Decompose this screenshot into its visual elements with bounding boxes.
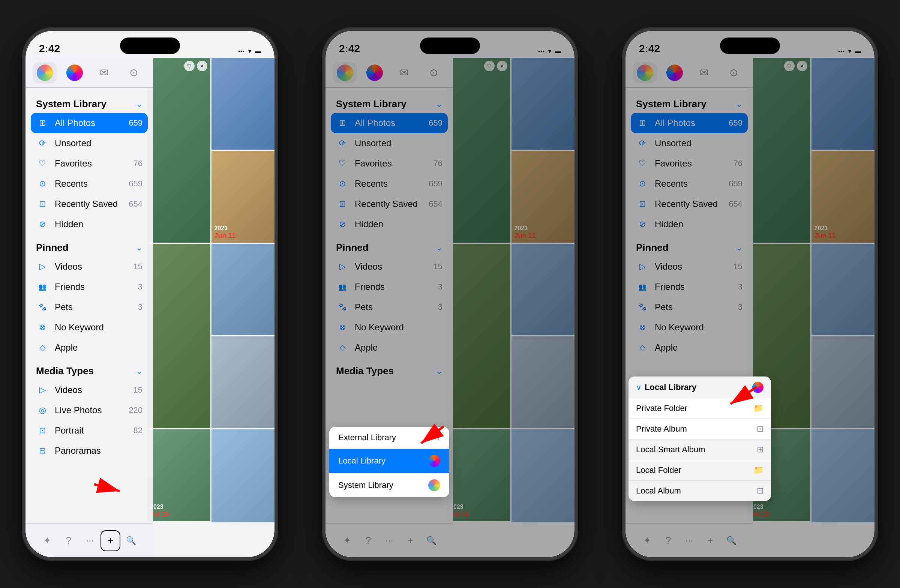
- sidebar-item-apple-1[interactable]: ◇ Apple: [25, 338, 153, 358]
- clock-tab-1[interactable]: ⊙: [122, 62, 146, 83]
- media-types-header-1[interactable]: Media Types ⌄: [25, 361, 153, 380]
- naranja-tab-1[interactable]: [63, 62, 86, 83]
- local-smart-album-item-3[interactable]: Local Smart Album ⊞: [628, 439, 771, 460]
- dropdown-system-library-2[interactable]: System Library: [329, 473, 449, 497]
- favorites-count-1: 76: [133, 158, 143, 168]
- phone-screen-2: 2:42 ▪▪▪ ▾ ▬ ♡⌖ 2023Jun 11: [326, 31, 574, 557]
- local-smart-album-icon-3: ⊞: [757, 445, 763, 455]
- system-library-title-1: System Library: [36, 98, 107, 110]
- search-btn-1[interactable]: 🔍: [120, 529, 142, 552]
- favorites-icon-1: ♡: [36, 157, 49, 170]
- unsorted-icon-1: ⟳: [36, 137, 49, 150]
- sidebar-item-recently-saved-1[interactable]: ⊡ Recently Saved 654: [25, 194, 153, 214]
- local-album-item-3[interactable]: Local Album ⊟: [628, 481, 771, 501]
- phone-frame-2: 2:42 ▪▪▪ ▾ ▬ ♡⌖ 2023Jun 11: [323, 28, 577, 560]
- favorites-label-1: Favorites: [55, 158, 127, 169]
- recently-saved-count-1: 654: [129, 199, 143, 209]
- videos-media-count-1: 15: [133, 385, 143, 395]
- private-album-icon-3: ⊡: [757, 424, 763, 434]
- sidebar-item-videos-media-1[interactable]: ▷ Videos 15: [25, 380, 153, 400]
- local-album-icon-3: ⊟: [757, 486, 763, 496]
- phone-3: 2:42 ▪▪▪ ▾ ▬ ♡⌖ 2023Jun 11: [622, 28, 877, 560]
- local-folder-icon-3: 📁: [753, 465, 763, 475]
- all-photos-count-1: 659: [129, 118, 143, 128]
- pets-label-1: Pets: [55, 302, 132, 312]
- phone-frame-1: 2:42 ▪▪▪ ▾ ▬ ♡⌖ 2023Jun 11: [23, 28, 278, 560]
- signal-icon-1: ▪▪▪: [238, 48, 245, 55]
- sidebar-item-videos-pinned-1[interactable]: ▷ Videos 15: [25, 256, 153, 277]
- svg-line-1: [94, 475, 119, 500]
- recently-saved-icon-1: ⊡: [36, 198, 49, 210]
- phone-screen-3: 2:42 ▪▪▪ ▾ ▬ ♡⌖ 2023Jun 11: [625, 31, 875, 557]
- help-btn-1[interactable]: ?: [58, 529, 79, 552]
- sidebar-item-pets-1[interactable]: 🐾 Pets 3: [25, 297, 153, 317]
- sidebar-item-hidden-1[interactable]: ⊘ Hidden: [25, 214, 153, 234]
- local-library-naranja-icon-2: [428, 455, 440, 467]
- battery-icon-1: ▬: [255, 48, 261, 55]
- sidebar-item-recents-1[interactable]: ⊙ Recents 659: [25, 174, 153, 194]
- phone-1: 2:42 ▪▪▪ ▾ ▬ ♡⌖ 2023Jun 11: [23, 28, 278, 560]
- videos-pinned-count-1: 15: [133, 262, 143, 272]
- phone-2: 2:42 ▪▪▪ ▾ ▬ ♡⌖ 2023Jun 11: [323, 28, 577, 560]
- local-folder-item-3[interactable]: Local Folder 📁: [628, 460, 771, 481]
- videos-pinned-icon-1: ▷: [36, 260, 49, 273]
- videos-media-label-1: Videos: [55, 385, 127, 395]
- pinned-title-1: Pinned: [36, 242, 68, 253]
- sidebar-1: System Library ⌄ ⊞ All Photos 659 ⟳ Unso…: [25, 88, 153, 523]
- status-icons-1: ▪▪▪ ▾ ▬: [238, 48, 261, 55]
- star-btn-1[interactable]: ✦: [37, 529, 58, 552]
- pinned-chevron-1: ⌄: [136, 243, 143, 253]
- sidebar-item-no-keyword-1[interactable]: ⊗ No Keyword: [25, 317, 153, 338]
- local-album-label-3: Local Album: [636, 486, 681, 496]
- system-library-menu-label-2: System Library: [338, 480, 393, 490]
- sidebar-item-favorites-1[interactable]: ♡ Favorites 76: [25, 154, 153, 174]
- sidebar-item-portrait-1[interactable]: ⊡ Portrait 82: [25, 420, 153, 441]
- local-smart-album-label-3: Local Smart Album: [636, 445, 705, 455]
- red-arrow-2: [414, 423, 447, 450]
- panoramas-icon-1: ⊟: [36, 444, 49, 457]
- phone-screen-1: 2:42 ▪▪▪ ▾ ▬ ♡⌖ 2023Jun 11: [25, 31, 275, 557]
- red-arrow-3: [723, 383, 760, 411]
- recents-count-1: 659: [129, 179, 143, 189]
- more-btn-1[interactable]: ···: [79, 529, 101, 552]
- portrait-count-1: 82: [133, 426, 143, 435]
- no-keyword-label-1: No Keyword: [55, 322, 143, 333]
- plus-btn-1[interactable]: +: [101, 530, 120, 551]
- expand-chevron-3: ∨: [636, 383, 642, 392]
- local-folder-label-3: Local Folder: [636, 465, 681, 475]
- mail-tab-1[interactable]: ✉: [92, 62, 116, 83]
- sidebar-item-panoramas-1[interactable]: ⊟ Panoramas: [25, 441, 153, 461]
- naranja-icon-1: [67, 65, 83, 81]
- status-time-1: 2:42: [39, 43, 60, 55]
- videos-pinned-label-1: Videos: [55, 261, 127, 272]
- sidebar-item-all-photos-1[interactable]: ⊞ All Photos 659: [31, 113, 148, 133]
- friends-count-1: 3: [138, 282, 143, 292]
- recents-label-1: Recents: [55, 178, 123, 189]
- recently-saved-label-1: Recently Saved: [55, 199, 123, 209]
- pets-count-1: 3: [138, 302, 143, 312]
- dynamic-island-1: [120, 37, 180, 54]
- svg-line-5: [731, 387, 757, 404]
- apple-label-1: Apple: [55, 342, 143, 353]
- hidden-label-1: Hidden: [55, 219, 143, 230]
- panoramas-label-1: Panoramas: [55, 445, 143, 456]
- friends-icon-1: 👥: [36, 281, 49, 293]
- dropdown-local-library-2[interactable]: Local Library: [329, 449, 449, 473]
- bottom-toolbar-1: ✦ ? ··· + 🔍: [25, 523, 153, 557]
- system-library-chevron-1: ⌄: [136, 99, 143, 109]
- private-album-label-3: Private Album: [636, 424, 687, 434]
- pets-icon-1: 🐾: [36, 301, 49, 313]
- sidebar-item-unsorted-1[interactable]: ⟳ Unsorted: [25, 133, 153, 154]
- system-library-header-1[interactable]: System Library ⌄: [25, 94, 153, 113]
- sidebar-item-friends-1[interactable]: 👥 Friends 3: [25, 277, 153, 297]
- hidden-icon-1: ⊘: [36, 218, 49, 231]
- photos-tab-1[interactable]: [33, 62, 57, 83]
- pinned-header-1[interactable]: Pinned ⌄: [25, 237, 153, 256]
- system-library-photos-icon-2: [428, 479, 440, 491]
- private-album-item-3[interactable]: Private Album ⊡: [628, 419, 771, 439]
- no-keyword-icon-1: ⊗: [36, 321, 49, 334]
- app-toolbar-1: ✉ ⊙: [25, 58, 153, 88]
- sidebar-item-live-photos-1[interactable]: ◎ Live Photos 220: [25, 400, 153, 420]
- videos-media-icon-1: ▷: [36, 384, 49, 396]
- unsorted-label-1: Unsorted: [55, 138, 143, 149]
